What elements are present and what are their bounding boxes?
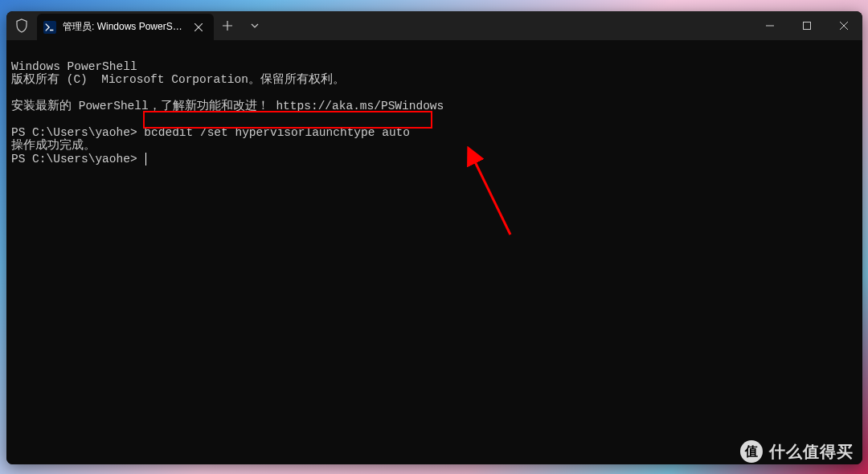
window-controls [751,11,862,40]
tab-close-button[interactable] [191,20,206,35]
cursor [145,153,146,165]
close-button[interactable] [825,11,862,40]
svg-rect-6 [804,22,811,30]
minimize-button[interactable] [751,11,788,40]
output-line: Windows PowerShell [11,60,858,74]
powershell-icon [43,21,56,34]
maximize-button[interactable] [788,11,825,40]
prompt-line: PS C:\Users\yaohe> bcdedit /set hypervis… [11,126,858,140]
output-line: 操作成功完成。 [11,139,858,153]
terminal-output[interactable]: Windows PowerShell版权所有 (C) Microsoft Cor… [6,40,862,464]
shield-privacy-icon [6,11,37,40]
tab-powershell[interactable]: 管理员: Windows PowerShell [37,14,214,40]
watermark-text: 什么值得买 [769,441,854,463]
tab-title: 管理员: Windows PowerShell [63,20,185,34]
new-tab-button[interactable] [214,11,241,40]
prompt-prefix: PS C:\Users\yaohe> [11,153,137,165]
terminal-window: 管理员: Windows PowerShell [6,11,862,464]
prompt-line: PS C:\Users\yaohe> [11,153,858,166]
tab-dropdown-button[interactable] [241,11,268,40]
command-text: bcdedit /set hypervisorlaunchtype auto [144,126,410,139]
watermark: 值 什么值得买 [740,440,854,463]
output-line: 安装最新的 PowerShell，了解新功能和改进！ https://aka.m… [11,100,858,113]
output-line: 版权所有 (C) Microsoft Corporation。保留所有权利。 [11,73,858,87]
watermark-badge: 值 [740,440,763,463]
titlebar[interactable]: 管理员: Windows PowerShell [6,11,862,40]
prompt-prefix: PS C:\Users\yaohe> [11,126,144,139]
